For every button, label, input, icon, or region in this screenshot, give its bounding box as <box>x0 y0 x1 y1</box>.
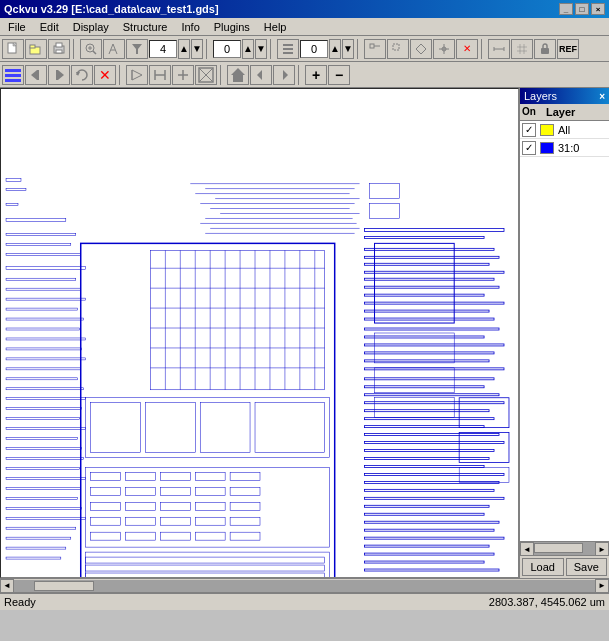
minimize-button[interactable]: _ <box>559 3 573 15</box>
grid-down[interactable]: ▼ <box>342 39 354 59</box>
svg-marker-12 <box>132 44 142 54</box>
crosshair-tool[interactable] <box>433 39 455 59</box>
filter-button[interactable] <box>126 39 148 59</box>
layers-scroll-track <box>534 542 595 555</box>
svg-marker-19 <box>416 44 426 54</box>
nav-btn3[interactable] <box>172 65 194 85</box>
pointer-tool[interactable] <box>364 39 386 59</box>
menu-plugins[interactable]: Plugins <box>208 20 256 34</box>
sep3 <box>270 39 274 59</box>
stop-button[interactable]: ✕ <box>94 65 116 85</box>
menu-display[interactable]: Display <box>67 20 115 34</box>
menu-structure[interactable]: Structure <box>117 20 174 34</box>
layer-prev[interactable] <box>25 65 47 85</box>
sep4 <box>357 39 361 59</box>
layers-list: ✓ All ✓ 31:0 <box>520 121 609 541</box>
maximize-button[interactable]: □ <box>575 3 589 15</box>
hscroll-left-button[interactable]: ◄ <box>0 579 14 593</box>
load-button[interactable]: Load <box>522 558 564 576</box>
layers-scroll[interactable]: ◄ ► <box>520 541 609 555</box>
home-button[interactable] <box>227 65 249 85</box>
menu-info[interactable]: Info <box>175 20 205 34</box>
status-bar: Ready 2803.387, 4545.062 um <box>0 592 609 610</box>
layers-scroll-left[interactable]: ◄ <box>520 542 534 556</box>
layer-checkbox-31-0[interactable]: ✓ <box>522 141 536 155</box>
hscroll-thumb[interactable] <box>34 581 94 591</box>
svg-marker-51 <box>257 70 262 80</box>
grid-up[interactable]: ▲ <box>329 39 341 59</box>
zoom-fit-button[interactable] <box>80 39 102 59</box>
grid-tool[interactable] <box>511 39 533 59</box>
horizontal-scrollbar[interactable]: ◄ ► <box>0 578 609 592</box>
menu-help[interactable]: Help <box>258 20 293 34</box>
hscroll-right-button[interactable]: ► <box>595 579 609 593</box>
layers-footer: Load Save <box>520 555 609 578</box>
snap-down[interactable]: ▼ <box>191 39 203 59</box>
toolbar1: ▲ ▼ ▲ ▼ ▲ ▼ ✕ REF <box>0 36 609 62</box>
layers-header-layer: Layer <box>546 106 607 118</box>
menu-bar: File Edit Display Structure Info Plugins… <box>0 18 609 36</box>
zoom-down[interactable]: ▼ <box>255 39 267 59</box>
canvas-area[interactable] <box>0 88 519 578</box>
snap-value-input[interactable] <box>149 40 177 58</box>
zoom-value-input[interactable] <box>213 40 241 58</box>
layer-name-all: All <box>558 124 570 136</box>
undo-button[interactable] <box>71 65 93 85</box>
zoom-in-button[interactable]: + <box>305 65 327 85</box>
layers-close-button[interactable]: × <box>599 91 605 102</box>
snap-up[interactable]: ▲ <box>178 39 190 59</box>
sep6 <box>119 65 123 85</box>
zoom-up[interactable]: ▲ <box>242 39 254 59</box>
menu-file[interactable]: File <box>2 20 32 34</box>
layers-panel: Layers × On Layer ✓ All ✓ 31:0 ◄ <box>519 88 609 578</box>
measure-tool[interactable] <box>488 39 510 59</box>
open-button[interactable] <box>25 39 47 59</box>
layers-header-on: On <box>522 106 546 118</box>
back-button[interactable] <box>250 65 272 85</box>
nav-btn4[interactable] <box>195 65 217 85</box>
svg-rect-6 <box>56 50 62 53</box>
main-area: Layers × On Layer ✓ All ✓ 31:0 ◄ <box>0 88 609 578</box>
cancel-tool[interactable]: ✕ <box>456 39 478 59</box>
svg-rect-33 <box>5 79 21 82</box>
nav-btn1[interactable] <box>126 65 148 85</box>
svg-rect-5 <box>56 43 62 47</box>
select-tool[interactable] <box>387 39 409 59</box>
ref-button[interactable]: REF <box>557 39 579 59</box>
layer-swatch-31-0 <box>540 142 554 154</box>
nav-btn2[interactable] <box>149 65 171 85</box>
layer-row-31-0[interactable]: ✓ 31:0 <box>520 139 609 157</box>
title-bar: Qckvu v3.29 [E:\cad_data\caw_test1.gds] … <box>0 0 609 18</box>
hscroll-track[interactable] <box>14 580 595 592</box>
title-bar-buttons: _ □ × <box>559 3 605 15</box>
lock-button[interactable] <box>534 39 556 59</box>
close-button[interactable]: × <box>591 3 605 15</box>
svg-rect-18 <box>393 44 399 50</box>
grid-value-input[interactable] <box>300 40 328 58</box>
layer-visible-all[interactable] <box>2 65 24 85</box>
layers-scroll-right[interactable]: ► <box>595 542 609 556</box>
save-button[interactable]: Save <box>566 558 608 576</box>
layer-next[interactable] <box>48 65 70 85</box>
new-button[interactable] <box>2 39 24 59</box>
layers-button[interactable] <box>277 39 299 59</box>
svg-rect-37 <box>56 70 58 80</box>
snap-toggle[interactable] <box>103 39 125 59</box>
svg-marker-50 <box>231 68 245 82</box>
layer-row-all[interactable]: ✓ All <box>520 121 609 139</box>
layers-title-text: Layers <box>524 90 557 102</box>
draw-tool[interactable] <box>410 39 432 59</box>
layer-checkbox-all[interactable]: ✓ <box>522 123 536 137</box>
svg-rect-31 <box>5 69 21 72</box>
print-button[interactable] <box>48 39 70 59</box>
layers-scroll-thumb[interactable] <box>534 543 583 553</box>
menu-edit[interactable]: Edit <box>34 20 65 34</box>
zoom-out-button[interactable]: − <box>328 65 350 85</box>
window-title: Qckvu v3.29 [E:\cad_data\caw_test1.gds] <box>4 3 219 15</box>
svg-line-41 <box>132 75 142 80</box>
svg-rect-3 <box>30 45 35 48</box>
sep8 <box>298 65 302 85</box>
layout-svg <box>1 89 518 577</box>
svg-line-8 <box>93 51 96 54</box>
forward-button[interactable] <box>273 65 295 85</box>
